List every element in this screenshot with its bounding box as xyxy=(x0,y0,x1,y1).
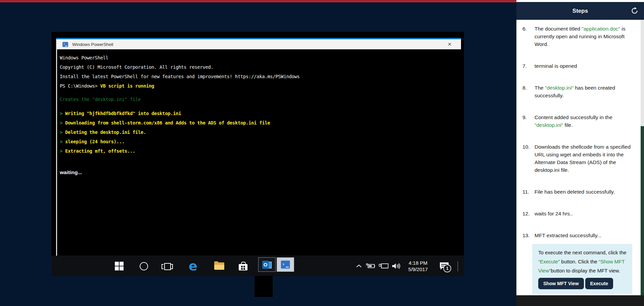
steps-panel: Steps 6.The document titled "application… xyxy=(516,0,644,306)
highlighted-text: "desktop.ini" xyxy=(535,122,563,128)
step-item: 13.MFT extracted successfully... xyxy=(522,232,635,239)
notification-icon: 1 xyxy=(439,262,449,270)
steps-list: 6.The document titled "application.doc" … xyxy=(516,20,635,294)
text: terminal is opened xyxy=(535,63,577,69)
steps-panel-title: Steps xyxy=(572,8,588,14)
powershell-window-title: Windows PowerShell xyxy=(72,42,113,47)
close-icon[interactable]: ✕ xyxy=(443,39,456,49)
step-text: File has been deleted successfully. xyxy=(535,188,631,196)
cortana-icon xyxy=(140,262,148,270)
step-number: 13. xyxy=(522,232,532,239)
step-number: 6. xyxy=(522,25,532,48)
step-item: 10.Downloads the shellcode from a specif… xyxy=(522,143,635,174)
desktop-screenshot: › Windows PowerShell ✕ Windows PowerShel… xyxy=(51,32,464,276)
step-item: 9.Content added successfully in the "des… xyxy=(522,113,635,129)
step-number: 11. xyxy=(522,188,532,196)
step-item: 6.The document titled "application.doc" … xyxy=(522,25,635,48)
step-number: 8. xyxy=(522,84,532,99)
edge-button[interactable]: e xyxy=(187,256,199,276)
text: The xyxy=(535,85,545,91)
text: button to display the MFT view. xyxy=(551,268,620,273)
outlook-icon: O xyxy=(262,261,272,269)
step-text: waits for 24 hrs.. xyxy=(535,210,631,217)
step-text: Downloads the shellcode from a specified… xyxy=(535,143,631,174)
app-root: › Windows PowerShell ✕ Windows PowerShel… xyxy=(0,0,644,306)
tray-battery-icon[interactable] xyxy=(365,256,376,276)
console-line: Copyright (C) Microsoft Corporation. All… xyxy=(60,62,459,72)
step-text: Content added successfully in the "deskt… xyxy=(535,113,631,129)
step-text: MFT extracted successfully... xyxy=(535,232,631,239)
clock-date: 5/9/2017 xyxy=(405,266,431,272)
instruction-callout: To execute the next command, click the “… xyxy=(532,244,632,294)
tray-network-icon[interactable] xyxy=(378,256,389,276)
file-explorer-button[interactable] xyxy=(214,256,225,276)
cortana-button[interactable] xyxy=(139,256,148,276)
action-center-button[interactable]: 1 xyxy=(437,256,452,276)
step-text: terminal is opened xyxy=(535,62,631,70)
scrollbar-thumb[interactable] xyxy=(641,126,644,295)
step-item: 12.waits for 24 hrs.. xyxy=(522,210,635,217)
store-button[interactable] xyxy=(238,256,248,276)
console-line: > Deleting the desktop.ini file. xyxy=(60,128,459,137)
taskbar-clock[interactable]: 4:18 PM 5/9/2017 xyxy=(405,256,431,276)
text: Downloads the shellcode from a specified… xyxy=(535,144,631,173)
screenshot-bottom-tab xyxy=(255,276,273,297)
powershell-titlebar: › Windows PowerShell ✕ xyxy=(56,39,461,49)
text: file. xyxy=(563,122,572,128)
start-button[interactable] xyxy=(114,256,125,276)
step-number: 9. xyxy=(522,113,532,129)
console-line: > sleeping (24 hours)... xyxy=(60,137,459,146)
tray-volume-icon[interactable] xyxy=(390,256,403,276)
console-output: Windows PowerShellCopyright (C) Microsof… xyxy=(60,53,459,177)
step-number: 7. xyxy=(522,62,532,70)
step-text: The document titled "application.doc" is… xyxy=(535,25,631,48)
steps-panel-header: Steps xyxy=(516,2,644,20)
text: button. Click the xyxy=(560,259,599,264)
step-item: 11.File has been deleted successfully. xyxy=(522,188,635,196)
console-line: > Writing "hjfkhdfbdbfkdfkd" into deskto… xyxy=(60,109,459,118)
step-item: 8.The "desktop.ini" has been created suc… xyxy=(522,84,635,99)
step-number: 12. xyxy=(522,210,532,217)
callout-buttons: Show MFT ViewExecute xyxy=(538,278,627,289)
file-explorer-icon xyxy=(214,262,224,270)
show-desktop-divider[interactable] xyxy=(458,261,458,271)
step-number: 10. xyxy=(522,143,532,174)
windows-logo-icon xyxy=(115,262,124,270)
scrollbar-track[interactable] xyxy=(641,20,644,295)
console-line: PS C:\Windows> VB script is running xyxy=(60,81,459,91)
refresh-icon[interactable] xyxy=(629,5,640,16)
step-item: 7.terminal is opened xyxy=(522,62,635,70)
tray-chevron-up-icon[interactable] xyxy=(355,256,363,276)
console-line: Windows PowerShell xyxy=(60,53,459,62)
powershell-taskbar-button[interactable]: › xyxy=(277,257,294,272)
console-line: Install the latest PowerShell for new fe… xyxy=(60,72,459,81)
text: Content added successfully in the xyxy=(535,114,612,120)
text: waits for 24 hrs.. xyxy=(535,211,573,216)
clock-time: 4:18 PM xyxy=(405,260,431,266)
text: File has been deleted successfully. xyxy=(535,189,615,195)
highlighted-text: "desktop.ini" xyxy=(545,85,573,91)
notification-badge: 1 xyxy=(443,264,451,272)
text: To execute the next command, click the xyxy=(538,250,627,255)
text: MFT extracted successfully... xyxy=(535,233,601,238)
execute-button[interactable]: Execute xyxy=(585,278,613,289)
store-icon xyxy=(239,262,247,270)
console-line: > Extracting mft, offsets... xyxy=(60,146,459,156)
console-line: Creates the "desktop.ini" file xyxy=(60,95,459,104)
outlook-button[interactable]: O xyxy=(258,257,276,272)
steps-panel-footer xyxy=(516,295,644,306)
highlighted-text: “Execute” xyxy=(538,259,560,264)
waiting-status-text: waiting... xyxy=(60,168,459,177)
console-line: > Downloading from shell-storm.com/x86 a… xyxy=(60,118,459,128)
highlighted-text: "application.doc" xyxy=(582,26,620,32)
powershell-window-left-border xyxy=(56,39,57,256)
edge-icon: e xyxy=(189,261,197,271)
step-text: The "desktop.ini" has been created succe… xyxy=(535,84,631,99)
task-view-button[interactable] xyxy=(161,256,173,276)
show-mft-view-button[interactable]: Show MFT View xyxy=(538,278,584,289)
powershell-icon: › xyxy=(281,260,290,269)
text: The document titled xyxy=(535,26,582,32)
taskbar: e O › xyxy=(51,256,464,276)
callout-text: To execute the next command, click the “… xyxy=(538,248,627,275)
task-view-icon xyxy=(162,262,173,270)
